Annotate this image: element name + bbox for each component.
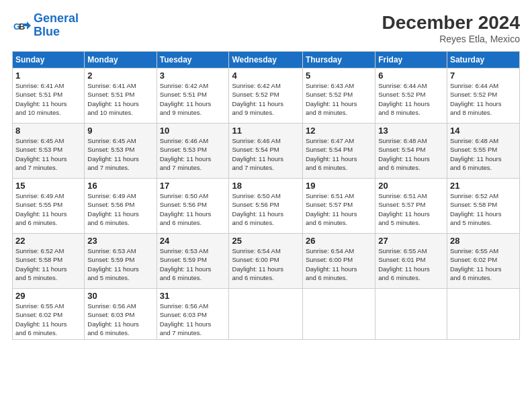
location: Reyes Etla, Mexico [382,34,520,44]
calendar-header-row: Sunday Monday Tuesday Wednesday Thursday… [13,52,520,68]
day-info: Sunrise: 6:51 AMSunset: 5:57 PMDaylight:… [306,191,372,227]
table-cell: 8Sunrise: 6:45 AMSunset: 5:53 PMDaylight… [13,124,85,179]
table-cell: 6Sunrise: 6:44 AMSunset: 5:52 PMDaylight… [375,68,447,124]
day-number: 14 [450,126,517,136]
day-info: Sunrise: 6:44 AMSunset: 5:52 PMDaylight:… [450,81,517,117]
table-cell: 7Sunrise: 6:44 AMSunset: 5:52 PMDaylight… [447,68,519,124]
day-number: 13 [378,126,444,136]
day-number: 11 [232,126,299,136]
day-number: 26 [306,236,372,246]
table-cell [302,289,375,340]
day-info: Sunrise: 6:56 AMSunset: 6:03 PMDaylight:… [87,302,153,337]
day-number: 4 [232,71,299,81]
table-cell: 3Sunrise: 6:42 AMSunset: 5:51 PMDaylight… [157,68,229,124]
table-cell: 24Sunrise: 6:53 AMSunset: 5:59 PMDayligh… [157,234,229,289]
day-info: Sunrise: 6:56 AMSunset: 6:03 PMDaylight:… [160,302,226,337]
table-cell: 28Sunrise: 6:55 AMSunset: 6:02 PMDayligh… [447,234,519,289]
day-number: 7 [450,71,517,81]
day-number: 1 [15,71,81,81]
table-cell: 20Sunrise: 6:51 AMSunset: 5:57 PMDayligh… [375,179,447,234]
month-title: December 2024 [382,12,520,34]
col-wednesday: Wednesday [229,52,302,68]
table-cell: 14Sunrise: 6:48 AMSunset: 5:55 PMDayligh… [447,124,519,179]
table-cell: 30Sunrise: 6:56 AMSunset: 6:03 PMDayligh… [85,289,157,340]
logo-blue: Blue [34,25,60,38]
day-info: Sunrise: 6:48 AMSunset: 5:55 PMDaylight:… [450,136,517,172]
day-info: Sunrise: 6:44 AMSunset: 5:52 PMDaylight:… [378,81,444,117]
table-cell: 1Sunrise: 6:41 AMSunset: 5:51 PMDaylight… [13,68,85,124]
logo-general: General [34,11,79,25]
day-info: Sunrise: 6:50 AMSunset: 5:56 PMDaylight:… [232,191,299,227]
page-header: G B General Blue December 2024 Reyes Etl… [12,12,520,44]
table-cell: 2Sunrise: 6:41 AMSunset: 5:51 PMDaylight… [85,68,157,124]
table-cell: 18Sunrise: 6:50 AMSunset: 5:56 PMDayligh… [229,179,302,234]
col-tuesday: Tuesday [157,52,229,68]
day-info: Sunrise: 6:53 AMSunset: 5:59 PMDaylight:… [87,246,153,282]
day-number: 12 [306,126,372,136]
table-cell: 22Sunrise: 6:52 AMSunset: 5:58 PMDayligh… [13,234,85,289]
table-cell: 31Sunrise: 6:56 AMSunset: 6:03 PMDayligh… [157,289,229,340]
day-info: Sunrise: 6:41 AMSunset: 5:51 PMDaylight:… [15,81,81,117]
table-cell: 25Sunrise: 6:54 AMSunset: 6:00 PMDayligh… [229,234,302,289]
day-number: 5 [306,71,372,81]
table-cell: 26Sunrise: 6:54 AMSunset: 6:00 PMDayligh… [302,234,375,289]
day-info: Sunrise: 6:49 AMSunset: 5:56 PMDaylight:… [87,191,153,227]
day-info: Sunrise: 6:48 AMSunset: 5:54 PMDaylight:… [378,136,444,172]
col-friday: Friday [375,52,447,68]
day-info: Sunrise: 6:47 AMSunset: 5:54 PMDaylight:… [306,136,372,172]
day-number: 3 [160,71,226,81]
day-info: Sunrise: 6:42 AMSunset: 5:51 PMDaylight:… [160,81,226,117]
table-cell: 16Sunrise: 6:49 AMSunset: 5:56 PMDayligh… [85,179,157,234]
logo-icon: G B [12,16,31,35]
table-cell: 29Sunrise: 6:55 AMSunset: 6:02 PMDayligh… [13,289,85,340]
day-info: Sunrise: 6:42 AMSunset: 5:52 PMDaylight:… [232,81,299,117]
day-info: Sunrise: 6:55 AMSunset: 6:02 PMDaylight:… [15,302,81,337]
table-cell: 19Sunrise: 6:51 AMSunset: 5:57 PMDayligh… [302,179,375,234]
table-cell: 9Sunrise: 6:45 AMSunset: 5:53 PMDaylight… [85,124,157,179]
table-cell: 23Sunrise: 6:53 AMSunset: 5:59 PMDayligh… [85,234,157,289]
table-cell: 10Sunrise: 6:46 AMSunset: 5:53 PMDayligh… [157,124,229,179]
day-info: Sunrise: 6:54 AMSunset: 6:00 PMDaylight:… [232,246,299,282]
table-cell: 21Sunrise: 6:52 AMSunset: 5:58 PMDayligh… [447,179,519,234]
day-number: 2 [87,71,153,81]
day-info: Sunrise: 6:46 AMSunset: 5:53 PMDaylight:… [160,136,226,172]
day-number: 10 [160,126,226,136]
table-cell: 27Sunrise: 6:55 AMSunset: 6:01 PMDayligh… [375,234,447,289]
day-number: 18 [232,181,299,191]
day-info: Sunrise: 6:52 AMSunset: 5:58 PMDaylight:… [450,191,517,227]
day-number: 23 [87,236,153,246]
day-number: 28 [450,236,517,246]
day-info: Sunrise: 6:55 AMSunset: 6:02 PMDaylight:… [450,246,517,282]
table-cell: 4Sunrise: 6:42 AMSunset: 5:52 PMDaylight… [229,68,302,124]
title-section: December 2024 Reyes Etla, Mexico [382,12,520,44]
logo: G B General Blue [12,12,79,39]
table-cell: 17Sunrise: 6:50 AMSunset: 5:56 PMDayligh… [157,179,229,234]
table-cell [229,289,302,340]
table-cell [447,289,519,340]
day-info: Sunrise: 6:50 AMSunset: 5:56 PMDaylight:… [160,191,226,227]
col-monday: Monday [85,52,157,68]
day-info: Sunrise: 6:51 AMSunset: 5:57 PMDaylight:… [378,191,444,227]
day-info: Sunrise: 6:46 AMSunset: 5:54 PMDaylight:… [232,136,299,172]
calendar-table: Sunday Monday Tuesday Wednesday Thursday… [12,51,520,340]
day-info: Sunrise: 6:43 AMSunset: 5:52 PMDaylight:… [306,81,372,117]
day-info: Sunrise: 6:53 AMSunset: 5:59 PMDaylight:… [160,246,226,282]
table-cell: 15Sunrise: 6:49 AMSunset: 5:55 PMDayligh… [13,179,85,234]
table-cell [375,289,447,340]
col-sunday: Sunday [13,52,85,68]
day-number: 17 [160,181,226,191]
table-cell: 11Sunrise: 6:46 AMSunset: 5:54 PMDayligh… [229,124,302,179]
table-cell: 13Sunrise: 6:48 AMSunset: 5:54 PMDayligh… [375,124,447,179]
day-number: 25 [232,236,299,246]
day-info: Sunrise: 6:45 AMSunset: 5:53 PMDaylight:… [15,136,81,172]
day-number: 9 [87,126,153,136]
day-number: 19 [306,181,372,191]
day-info: Sunrise: 6:52 AMSunset: 5:58 PMDaylight:… [15,246,81,282]
day-number: 22 [15,236,81,246]
svg-text:B: B [19,21,25,32]
day-info: Sunrise: 6:55 AMSunset: 6:01 PMDaylight:… [378,246,444,282]
day-number: 29 [15,291,81,301]
day-info: Sunrise: 6:45 AMSunset: 5:53 PMDaylight:… [87,136,153,172]
col-thursday: Thursday [302,52,375,68]
day-number: 31 [160,291,226,301]
